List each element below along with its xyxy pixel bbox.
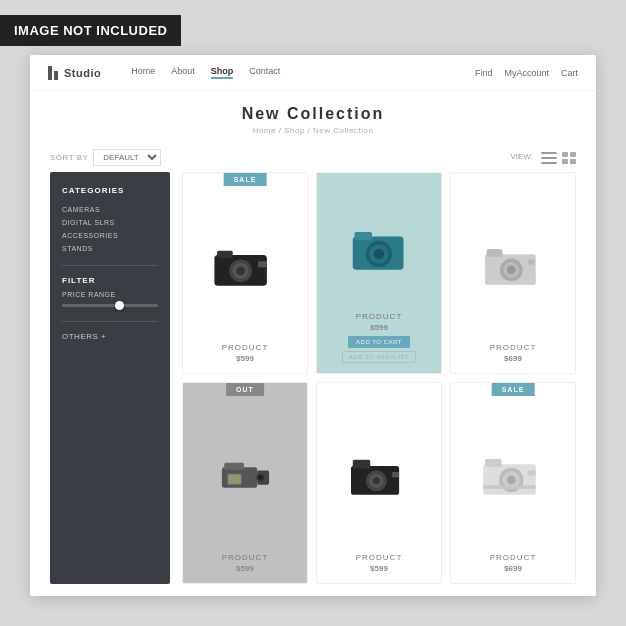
add-to-wishlist-button-2[interactable]: ADD TO WISHLIST	[342, 351, 416, 363]
svg-point-23	[258, 475, 263, 480]
page-header: New Collection Home / Shop / New Collect…	[30, 91, 596, 143]
navbar-logo: Studio	[48, 66, 101, 80]
sidebar-divider-1	[62, 265, 158, 266]
nav-myaccount[interactable]: MyAccount	[504, 68, 549, 78]
camera-svg-2	[344, 225, 414, 275]
view-grid-icon[interactable]	[562, 152, 576, 164]
product-image-6	[451, 383, 575, 553]
product-card-4: OUT PRODUCT $599	[182, 382, 308, 584]
filter-title: FILTER	[62, 276, 158, 285]
svg-rect-36	[483, 485, 536, 489]
svg-rect-25	[353, 459, 371, 468]
logo-bar-left	[48, 66, 52, 80]
page-wrapper: Studio Home About Shop Contact Find MyAc…	[30, 55, 596, 596]
nav-link-shop[interactable]: Shop	[211, 66, 234, 79]
logo-bar-right	[54, 71, 58, 80]
camera-svg-5	[344, 451, 414, 501]
sidebar-item-accessories[interactable]: ACCESSORIES	[62, 229, 158, 242]
nav-link-home[interactable]: Home	[131, 66, 155, 79]
product-image-4	[183, 383, 307, 553]
svg-point-15	[507, 265, 516, 274]
svg-rect-21	[228, 474, 241, 483]
product-name-4: PRODUCT	[222, 553, 269, 562]
sidebar-item-stands[interactable]: STANDS	[62, 242, 158, 255]
svg-rect-35	[528, 470, 536, 475]
view-label: VIEW:	[510, 152, 533, 164]
sort-by: SORT BY DEFAULT	[50, 149, 161, 166]
breadcrumb: Home / Shop / New Collection	[30, 126, 596, 135]
product-image-5	[317, 383, 441, 553]
camera-svg-6	[478, 451, 548, 501]
nav-find[interactable]: Find	[475, 68, 493, 78]
svg-point-10	[374, 249, 385, 260]
product-card-5: PRODUCT $599	[316, 382, 442, 584]
sidebar-item-digital-slrs[interactable]: DIGITAL SLRS	[62, 216, 158, 229]
product-price-1: $599	[236, 354, 254, 363]
camera-svg-4	[218, 455, 273, 497]
sidebar-item-cameras[interactable]: CAMERAS	[62, 203, 158, 216]
product-name-6: PRODUCT	[490, 553, 537, 562]
navbar: Studio Home About Shop Contact Find MyAc…	[30, 55, 596, 91]
svg-point-4	[236, 266, 245, 275]
product-price-6: $699	[504, 564, 522, 573]
product-card-6: SALE PRODUCT $699	[450, 382, 576, 584]
product-price-2: $599	[370, 323, 388, 332]
nav-link-contact[interactable]: Contact	[249, 66, 280, 79]
logo-icon	[48, 66, 58, 80]
price-range-dot[interactable]	[115, 301, 124, 310]
price-range-label: PRICE RANGE	[62, 291, 158, 298]
product-name-1: PRODUCT	[222, 343, 269, 352]
sidebar-divider-2	[62, 321, 158, 322]
page-title: New Collection	[30, 105, 596, 123]
categories-title: CATEGORIES	[62, 186, 158, 195]
product-card-1: SALE PRODUCT $599	[182, 172, 308, 374]
camera-svg-1	[210, 241, 280, 291]
sidebar: CATEGORIES CAMERAS DIGITAL SLRS ACCESSOR…	[50, 172, 170, 584]
nav-link-about[interactable]: About	[171, 66, 195, 79]
sidebar-others[interactable]: OTHERS +	[62, 332, 158, 341]
product-image-3	[451, 173, 575, 343]
image-not-included-banner: IMAGE NOT INCLUDED	[0, 15, 181, 46]
add-to-cart-button-2[interactable]: ADD TO CART	[348, 336, 410, 348]
content-area: CATEGORIES CAMERAS DIGITAL SLRS ACCESSOR…	[30, 172, 596, 596]
product-name-2: PRODUCT	[356, 312, 403, 321]
svg-rect-7	[355, 232, 373, 240]
product-image-1	[183, 173, 307, 343]
sort-select[interactable]: DEFAULT	[93, 149, 161, 166]
products-grid: SALE PRODUCT $599	[182, 172, 576, 584]
svg-rect-19	[224, 462, 244, 469]
logo-text: Studio	[64, 67, 101, 79]
svg-rect-12	[487, 248, 503, 256]
svg-rect-16	[528, 259, 535, 264]
view-list-icon[interactable]	[541, 152, 557, 164]
product-price-5: $599	[370, 564, 388, 573]
svg-point-28	[373, 477, 380, 484]
toolbar: SORT BY DEFAULT VIEW:	[30, 143, 596, 172]
product-badge-6: SALE	[492, 383, 535, 396]
product-badge-1: SALE	[224, 173, 267, 186]
product-price-4: $599	[236, 564, 254, 573]
product-card-3: PRODUCT $699	[450, 172, 576, 374]
svg-rect-29	[392, 472, 399, 477]
view-icons: VIEW:	[510, 152, 576, 164]
price-range-bar[interactable]	[62, 304, 158, 307]
svg-point-34	[507, 475, 516, 484]
product-buttons-2: ADD TO CART ADD TO WISHLIST	[342, 336, 416, 363]
svg-rect-31	[485, 458, 502, 466]
product-card-2: PRODUCT $599 ADD TO CART ADD TO WISHLIST	[316, 172, 442, 374]
product-image-2	[317, 173, 441, 312]
nav-cart[interactable]: Cart	[561, 68, 578, 78]
product-price-3: $699	[504, 354, 522, 363]
product-badge-4: OUT	[226, 383, 264, 396]
nav-right: Find MyAccount Cart	[475, 68, 578, 78]
product-name-5: PRODUCT	[356, 553, 403, 562]
nav-links: Home About Shop Contact	[131, 66, 475, 79]
sort-label: SORT BY	[50, 153, 88, 162]
svg-rect-1	[217, 250, 233, 257]
svg-rect-5	[258, 261, 267, 267]
camera-svg-3	[478, 241, 548, 291]
product-name-3: PRODUCT	[490, 343, 537, 352]
